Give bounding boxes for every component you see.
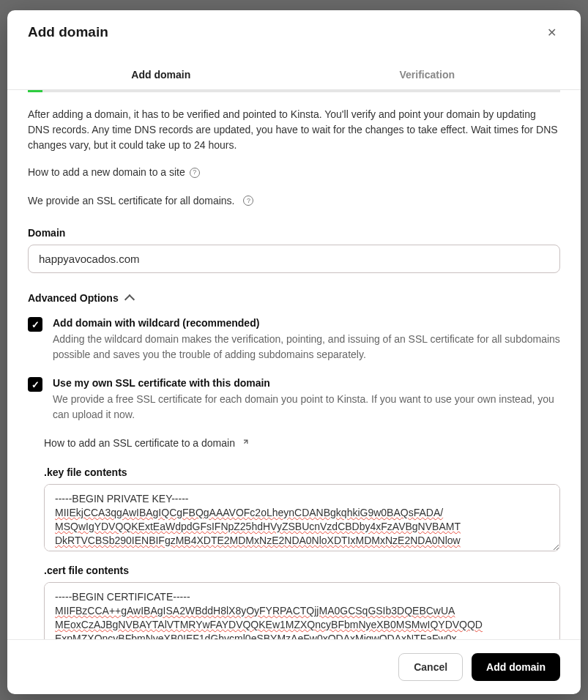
question-icon: ? [190,168,200,178]
help-ssl-label: How to add an SSL certificate to a domai… [44,437,235,449]
progress-fill [28,90,42,92]
key-file-group: .key file contents -----BEGIN PRIVATE KE… [44,466,560,551]
cert-file-textarea[interactable]: -----BEGIN CERTIFICATE-----MIIFBzCCA++gA… [44,582,560,639]
help-add-domain-label: How to add a new domain to a site [28,165,185,180]
own-ssl-text: Use my own SSL certificate with this dom… [53,377,560,422]
domain-label: Domain [28,227,560,239]
wildcard-title: Add domain with wildcard (recommended) [53,317,560,329]
close-icon: ✕ [547,26,557,40]
add-domain-modal: Add domain ✕ Add domain Verification Aft… [7,10,581,694]
own-ssl-title: Use my own SSL certificate with this dom… [53,377,560,389]
wildcard-desc: Adding the wildcard domain makes the ver… [53,332,560,362]
modal-header: Add domain ✕ [7,10,581,54]
tab-bar: Add domain Verification [7,60,581,90]
external-link-icon [239,439,249,448]
check-icon: ✓ [31,379,40,390]
key-file-textarea[interactable]: -----BEGIN PRIVATE KEY-----MIIEkjCCA3qgA… [44,484,560,551]
wildcard-option: ✓ Add domain with wildcard (recommended)… [28,317,560,362]
own-ssl-checkbox[interactable]: ✓ [28,377,42,392]
domain-input[interactable] [28,245,560,273]
ssl-note-text: We provide an SSL certificate for all do… [28,195,234,206]
tab-add-domain[interactable]: Add domain [28,60,294,89]
cancel-button[interactable]: Cancel [398,653,463,681]
close-button[interactable]: ✕ [543,23,560,41]
cert-file-label: .cert file contents [44,565,560,576]
chevron-up-icon [124,294,135,305]
advanced-options-toggle[interactable]: Advanced Options [28,292,560,304]
progress-bar [28,90,560,92]
intro-text: After adding a domain, it has to be veri… [28,107,560,153]
modal-title: Add domain [28,24,108,40]
modal-body: After adding a domain, it has to be veri… [7,92,581,639]
modal-footer: Cancel Add domain [7,639,581,694]
own-ssl-option: ✓ Use my own SSL certificate with this d… [28,377,560,422]
ssl-note: We provide an SSL certificate for all do… [28,195,560,206]
add-domain-button[interactable]: Add domain [472,653,560,681]
ssl-upload-section: How to add an SSL certificate to a domai… [44,437,560,639]
question-icon[interactable]: ? [243,196,253,206]
advanced-options-label: Advanced Options [28,292,119,304]
tab-verification[interactable]: Verification [294,60,561,89]
help-add-domain-link[interactable]: How to add a new domain to a site ? [28,165,560,180]
check-icon: ✓ [31,319,40,330]
cert-file-group: .cert file contents -----BEGIN CERTIFICA… [44,565,560,639]
help-ssl-link[interactable]: How to add an SSL certificate to a domai… [44,437,560,449]
wildcard-text: Add domain with wildcard (recommended) A… [53,317,560,362]
wildcard-checkbox[interactable]: ✓ [28,317,42,332]
own-ssl-desc: We provide a free SSL certificate for ea… [53,392,560,422]
key-file-label: .key file contents [44,466,560,478]
